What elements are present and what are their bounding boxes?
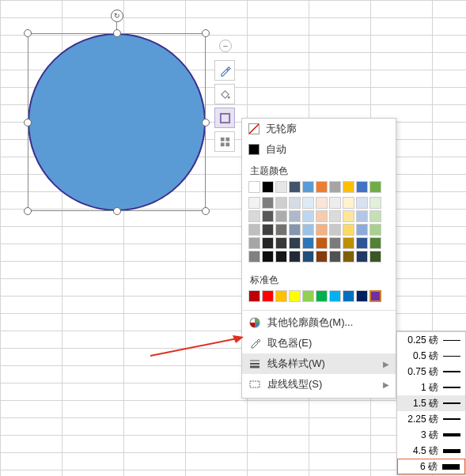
color-swatch[interactable]: [275, 290, 287, 302]
color-swatch[interactable]: [275, 181, 287, 193]
color-swatch[interactable]: [302, 181, 314, 193]
color-swatch[interactable]: [248, 237, 260, 249]
line-weight-option[interactable]: 4.5 磅: [397, 443, 465, 459]
color-swatch[interactable]: [289, 181, 301, 193]
line-weight-option[interactable]: 0.25 磅: [397, 332, 465, 348]
line-weight-option[interactable]: 0.5 磅: [397, 348, 465, 364]
color-swatch[interactable]: [316, 237, 328, 249]
line-style-item[interactable]: 线条样式(W) ▶: [242, 353, 396, 374]
color-swatch[interactable]: [369, 251, 381, 263]
color-swatch[interactable]: [262, 290, 274, 302]
resize-handle-se[interactable]: [202, 207, 210, 215]
color-swatch[interactable]: [343, 237, 354, 249]
color-swatch[interactable]: [369, 237, 381, 249]
line-weight-option[interactable]: 6 磅: [397, 459, 465, 474]
color-swatch[interactable]: [302, 237, 314, 249]
resize-handle-ne[interactable]: [202, 29, 210, 37]
color-swatch[interactable]: [356, 197, 368, 209]
color-swatch[interactable]: [262, 181, 274, 193]
color-swatch[interactable]: [302, 197, 314, 209]
color-swatch[interactable]: [262, 210, 274, 222]
color-swatch[interactable]: [329, 210, 341, 222]
outline-button[interactable]: [214, 108, 235, 128]
resize-handle-e[interactable]: [202, 119, 210, 127]
color-swatch[interactable]: [369, 224, 381, 236]
color-swatch[interactable]: [369, 181, 381, 193]
more-colors-item[interactable]: 其他轮廓颜色(M)...: [242, 312, 396, 333]
color-swatch[interactable]: [343, 290, 354, 302]
color-swatch[interactable]: [316, 197, 328, 209]
color-swatch[interactable]: [343, 197, 354, 209]
color-swatch[interactable]: [369, 210, 381, 222]
resize-handle-n[interactable]: [113, 29, 121, 37]
color-swatch[interactable]: [316, 290, 328, 302]
resize-handle-nw[interactable]: [24, 29, 32, 37]
color-swatch[interactable]: [329, 224, 341, 236]
color-swatch[interactable]: [302, 210, 314, 222]
color-swatch[interactable]: [248, 251, 260, 263]
color-swatch[interactable]: [329, 181, 341, 193]
color-swatch[interactable]: [356, 181, 368, 193]
color-swatch[interactable]: [302, 290, 314, 302]
color-swatch[interactable]: [289, 237, 301, 249]
color-swatch[interactable]: [262, 251, 274, 263]
color-swatch[interactable]: [275, 210, 287, 222]
color-swatch[interactable]: [329, 290, 341, 302]
more-button[interactable]: [214, 131, 235, 152]
color-swatch[interactable]: [248, 197, 260, 209]
color-swatch[interactable]: [356, 237, 368, 249]
color-swatch[interactable]: [316, 251, 328, 263]
brush-button[interactable]: [214, 60, 235, 81]
resize-handle-s[interactable]: [113, 207, 121, 215]
line-weight-option[interactable]: 3 磅: [397, 427, 465, 443]
color-swatch[interactable]: [275, 237, 287, 249]
color-swatch[interactable]: [262, 224, 274, 236]
auto-outline-item[interactable]: 自动: [242, 139, 396, 160]
color-swatch[interactable]: [275, 251, 287, 263]
dash-style-item[interactable]: 虚线线型(S) ▶: [242, 374, 396, 395]
resize-handle-sw[interactable]: [24, 207, 32, 215]
color-swatch[interactable]: [248, 210, 260, 222]
rotate-handle[interactable]: ↻: [111, 9, 123, 22]
color-swatch[interactable]: [289, 224, 301, 236]
color-swatch[interactable]: [343, 181, 354, 193]
resize-handle-w[interactable]: [24, 119, 32, 127]
color-swatch[interactable]: [275, 197, 287, 209]
color-swatch[interactable]: [262, 237, 274, 249]
color-swatch[interactable]: [329, 237, 341, 249]
color-swatch[interactable]: [289, 197, 301, 209]
line-weight-option[interactable]: 2.25 磅: [397, 411, 465, 427]
color-swatch[interactable]: [369, 290, 381, 302]
color-swatch[interactable]: [316, 224, 328, 236]
color-swatch[interactable]: [343, 224, 354, 236]
line-weight-option[interactable]: 1 磅: [397, 380, 465, 395]
no-outline-item[interactable]: 无轮廓: [242, 119, 396, 139]
color-swatch[interactable]: [356, 224, 368, 236]
color-swatch[interactable]: [343, 251, 354, 263]
color-swatch[interactable]: [262, 197, 274, 209]
color-swatch[interactable]: [329, 251, 341, 263]
color-swatch[interactable]: [248, 290, 260, 302]
color-swatch[interactable]: [275, 224, 287, 236]
color-swatch[interactable]: [356, 210, 368, 222]
line-weight-option[interactable]: 1.5 磅: [397, 395, 465, 411]
color-swatch[interactable]: [248, 224, 260, 236]
fill-button[interactable]: [214, 84, 235, 104]
circle-shape[interactable]: [28, 33, 206, 211]
color-swatch[interactable]: [356, 251, 368, 263]
color-swatch[interactable]: [289, 251, 301, 263]
shape-selection[interactable]: ↻: [28, 33, 206, 211]
color-swatch[interactable]: [316, 210, 328, 222]
color-swatch[interactable]: [289, 290, 301, 302]
color-swatch[interactable]: [343, 210, 354, 222]
color-swatch[interactable]: [316, 181, 328, 193]
color-swatch[interactable]: [369, 197, 381, 209]
color-swatch[interactable]: [302, 251, 314, 263]
line-weight-option[interactable]: 0.75 磅: [397, 364, 465, 380]
color-swatch[interactable]: [289, 210, 301, 222]
color-swatch[interactable]: [329, 197, 341, 209]
color-swatch[interactable]: [302, 224, 314, 236]
color-swatch[interactable]: [356, 290, 368, 302]
color-swatch[interactable]: [248, 181, 260, 193]
eyedropper-item[interactable]: 取色器(E): [242, 333, 396, 353]
